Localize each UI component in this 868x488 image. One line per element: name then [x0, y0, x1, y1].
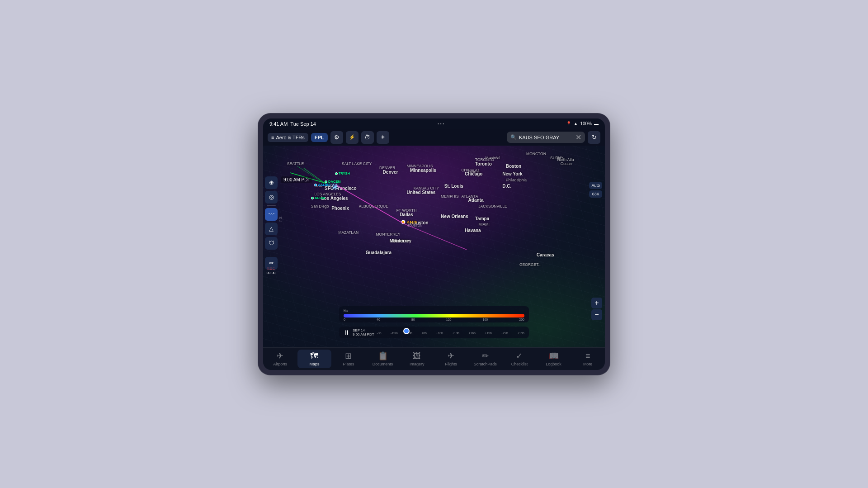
checklist-icon: ✓	[516, 351, 523, 361]
wind-val-200: 200	[519, 318, 524, 321]
plates-icon: ⊞	[345, 351, 352, 361]
kaus-waypoint-dot	[401, 220, 405, 224]
clock-button[interactable]: ⏱	[361, 131, 374, 144]
search-bar[interactable]: 🔍 ✕	[507, 132, 585, 143]
wind-gradient-bar	[344, 314, 524, 317]
status-right: 📍 ▲ 100% ▬	[566, 121, 599, 126]
wind-val-80: 80	[411, 318, 415, 321]
kaus-label: KAUS	[407, 220, 417, 224]
documents-label: Documents	[373, 362, 393, 366]
tab-scratchpads[interactable]: ✏ ScratchPads	[468, 349, 503, 368]
marker-m19m: -19m	[391, 332, 398, 335]
timeline-info: SEP 14 9:00 AM PDT	[353, 328, 374, 336]
tab-airports[interactable]: ✈ Airports	[263, 349, 297, 368]
layers-button[interactable]: ≡ Aero & TFRs	[268, 133, 308, 142]
wind-val-120: 120	[446, 318, 452, 321]
tab-imagery[interactable]: 🖼 Imagery	[400, 350, 434, 368]
zoom-level[interactable]: 63K	[589, 190, 602, 198]
flights-label: Flights	[445, 362, 458, 366]
settings-icon: ⚙	[334, 134, 340, 141]
kaus-sublabel: HOUSTON	[407, 224, 423, 227]
checklist-label: Checklist	[511, 362, 528, 366]
wind-bar-top: kts	[344, 308, 524, 313]
marker-p19h: +19h	[485, 332, 492, 335]
battery-percent: 100%	[580, 121, 592, 126]
tab-checklist[interactable]: ✓ Checklist	[502, 349, 537, 368]
left-sidebar: ⊕ ◎ 〰 △ 🛡 ✏	[263, 173, 279, 273]
screen: 9:41 AM Tue Sep 14 • • • 📍 ▲ 100% ▬ ≡ Ae…	[263, 118, 605, 370]
fpl-label: FPL	[315, 135, 324, 140]
location-button[interactable]: ⊕	[265, 176, 278, 189]
star-button[interactable]: ✳	[377, 131, 389, 144]
more-icon: ≡	[585, 351, 590, 361]
pen-button[interactable]: ✏	[265, 257, 278, 270]
clear-icon[interactable]: ✕	[576, 133, 581, 142]
wind-bar-container: kts 0 40 80 120 160 200	[339, 306, 529, 322]
marker-m3h: -3h	[377, 332, 382, 335]
status-left: 9:41 AM Tue Sep 14	[269, 121, 316, 127]
clock-icon: ⏱	[364, 134, 370, 141]
plates-label: Plates	[343, 362, 354, 366]
tab-documents[interactable]: 📋 Documents	[366, 349, 400, 368]
map-area[interactable]: 9:00 AM PDT SEATTLE MINNEAPOLIS Minneapo…	[263, 146, 605, 347]
logbook-label: Logbook	[546, 362, 561, 366]
marker-p10h: +10h	[436, 332, 443, 335]
auto-button[interactable]: Auto	[589, 182, 602, 189]
status-date: Tue Sep 14	[290, 121, 316, 127]
more-label: More	[583, 362, 593, 366]
status-bar: 9:41 AM Tue Sep 14 • • • 📍 ▲ 100% ▬	[263, 118, 605, 129]
marker-p22h: +22h	[501, 332, 508, 335]
zoom-controls: + −	[591, 298, 602, 320]
timeline-time: 9:00 AM PDT	[353, 332, 374, 336]
imagery-icon: 🖼	[413, 351, 421, 361]
search-icon: 🔍	[510, 134, 517, 140]
timeline-bar: ⏸ SEP 14 9:00 AM PDT -3h -19m +3	[339, 327, 529, 338]
timeline-track-container[interactable]: -3h -19m +3h +6h +10h +13h +16h +19h +22…	[377, 330, 524, 335]
filter-button[interactable]: ⚡	[346, 131, 359, 144]
eye-button[interactable]: ◎	[265, 191, 278, 204]
location-icon: 📍	[566, 121, 571, 126]
triangle-button[interactable]: △	[265, 223, 278, 235]
timeline-date: SEP 14	[353, 328, 374, 332]
tab-flights[interactable]: ✈ Flights	[434, 349, 468, 368]
tab-maps[interactable]: 🗺 Maps	[297, 350, 332, 368]
zoom-in-button[interactable]: +	[591, 298, 602, 308]
shield-button[interactable]: 🛡	[265, 237, 278, 250]
zoom-out-button[interactable]: −	[591, 309, 602, 320]
wind-val-160: 160	[483, 318, 488, 321]
imagery-label: Imagery	[410, 362, 425, 366]
timeline-thumb[interactable]	[403, 328, 410, 334]
wind-val-0: 0	[344, 318, 345, 321]
search-input[interactable]	[519, 135, 573, 140]
time-display: 9:00 AM PDT	[281, 176, 312, 183]
filter-icon: ⚡	[349, 134, 355, 140]
tab-plates[interactable]: ⊞ Plates	[331, 349, 366, 368]
airports-label: Airports	[273, 362, 287, 366]
map-background: 9:00 AM PDT SEATTLE MINNEAPOLIS Minneapo…	[263, 146, 605, 347]
logbook-icon: 📖	[549, 351, 559, 361]
wind-val-40: 40	[377, 318, 380, 321]
marker-p13h: +13h	[452, 332, 459, 335]
scratchpads-label: ScratchPads	[474, 362, 497, 366]
documents-icon: 📋	[378, 351, 388, 361]
airports-icon: ✈	[277, 351, 283, 361]
map-controls-right: Auto 63K	[589, 182, 602, 198]
timeline-markers: -3h -19m +3h +6h +10h +13h +16h +19h +22…	[377, 332, 524, 335]
wave-button[interactable]: 〰	[265, 208, 278, 221]
marker-p1dh: +1dh	[517, 332, 524, 335]
pause-button[interactable]: ⏸	[344, 329, 350, 336]
refresh-button[interactable]: ↻	[588, 131, 600, 144]
toolbar: ≡ Aero & TFRs FPL ⚙ ⚡ ⏱ ✳ 🔍 ✕	[263, 129, 605, 146]
wifi-icon: ▲	[574, 121, 578, 126]
tab-logbook[interactable]: 📖 Logbook	[537, 349, 571, 368]
separator-button	[267, 205, 276, 206]
layers-icon: ≡	[271, 135, 274, 140]
refresh-icon: ↻	[592, 134, 597, 141]
ns-indicator: N S	[279, 216, 282, 223]
maps-icon: 🗺	[310, 351, 318, 361]
fpl-button[interactable]: FPL	[311, 133, 328, 142]
scratchpads-icon: ✏	[482, 351, 489, 361]
settings-button[interactable]: ⚙	[330, 131, 343, 144]
flights-icon: ✈	[448, 351, 454, 361]
tab-more[interactable]: ≡ More	[571, 350, 605, 368]
